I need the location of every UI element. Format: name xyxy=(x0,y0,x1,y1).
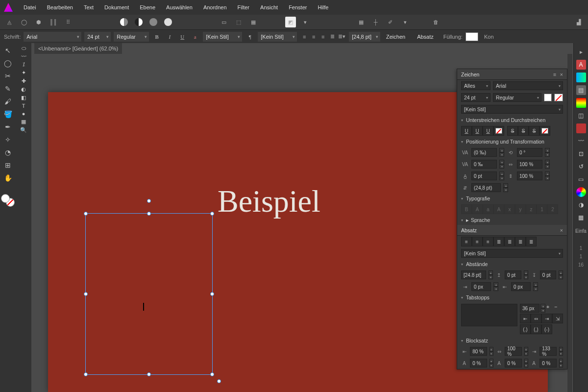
underline-button[interactable]: U xyxy=(177,32,187,42)
resize-handle-tm[interactable] xyxy=(147,212,151,216)
para-align-center[interactable]: ≡ xyxy=(472,237,483,246)
selection-path-icon[interactable]: ⬚ xyxy=(233,17,244,27)
font-size-dropdown[interactable]: 24 pt xyxy=(84,32,111,42)
align-right-button[interactable]: ≡ xyxy=(318,33,327,41)
tracking-field[interactable]: 0 ‰ xyxy=(471,160,497,169)
kerning-spinner[interactable]: ▴▾ xyxy=(499,148,504,157)
styles-studio-icon[interactable]: 〰 xyxy=(576,136,586,146)
fill-tool[interactable]: 🪣 xyxy=(2,109,14,120)
char-style-icon[interactable]: a xyxy=(190,32,200,42)
dodge-tool[interactable]: ◐ xyxy=(21,86,26,93)
ellipse-tool[interactable]: ● xyxy=(22,111,25,117)
menu-text[interactable]: Text xyxy=(84,4,94,10)
dropdown-caret-icon[interactable]: ▾ xyxy=(400,17,411,27)
vscale-field[interactable]: 100 % xyxy=(517,172,542,180)
persona-photo-icon[interactable]: ◬ xyxy=(4,17,15,27)
mesh-tool[interactable]: ⊞ xyxy=(2,160,14,171)
channels-studio-icon[interactable]: ▦ xyxy=(576,213,586,222)
space-before-field[interactable]: 0 pt xyxy=(505,270,521,279)
marquee-tool[interactable]: ◯ xyxy=(2,58,14,69)
tab-add-button[interactable]: + xyxy=(546,304,553,313)
panel-char-style-dropdown[interactable]: [Kein Stil] xyxy=(461,105,563,114)
para-justify-center[interactable]: ≣ xyxy=(504,237,515,246)
strike-single-button[interactable]: S xyxy=(507,126,518,136)
frame-text-tool[interactable]: T xyxy=(22,103,25,109)
para-style-dropdown[interactable]: [Kein Stil] xyxy=(258,32,297,42)
pen-tool[interactable]: ✎ xyxy=(2,83,14,94)
clone-tool[interactable]: ✦ xyxy=(22,70,26,76)
resize-handle-bl[interactable] xyxy=(84,372,88,376)
resize-handle-tl[interactable] xyxy=(84,212,88,216)
guides-icon[interactable]: ┼ xyxy=(370,17,381,27)
halftone-icon[interactable] xyxy=(133,17,144,27)
panel-toggle-icon[interactable]: ▟ xyxy=(573,17,584,27)
brush-tool[interactable]: 🖌 xyxy=(2,96,14,107)
indent-right-field[interactable]: 0 px xyxy=(511,282,531,291)
resize-handle-mr[interactable] xyxy=(210,292,214,296)
selection-brush-tool[interactable]: 〰 xyxy=(21,53,26,59)
language-section[interactable]: ▸ Sprache xyxy=(457,215,567,225)
menu-dokument[interactable]: Dokument xyxy=(104,4,129,10)
underline-style-button[interactable]: U xyxy=(483,126,493,136)
panel-close-icon[interactable]: × xyxy=(560,72,563,77)
align-left-button[interactable]: ≡ xyxy=(300,33,309,41)
resize-handle-br[interactable] xyxy=(210,372,214,376)
strike-style-button[interactable]: S xyxy=(529,126,539,136)
panel-menu-icon[interactable]: ≡ xyxy=(553,72,556,77)
rotate-handle[interactable] xyxy=(147,199,151,203)
persona-develop-icon[interactable]: ⬢ xyxy=(33,17,44,27)
history-studio-icon[interactable]: ↺ xyxy=(576,162,586,172)
color-wells[interactable] xyxy=(1,194,15,207)
crop-icon[interactable]: ◩ xyxy=(285,17,296,27)
font-category-dropdown[interactable]: Alles xyxy=(461,81,490,90)
baseline-spinner[interactable]: ▴▾ xyxy=(499,172,504,180)
bs-letter-min[interactable]: 0 % xyxy=(470,359,487,368)
tabs-section[interactable]: Tabstopps xyxy=(457,293,567,302)
colorwheel-studio-icon[interactable] xyxy=(576,187,586,197)
tab-remove-button[interactable]: − xyxy=(554,304,561,313)
absatz-close-icon[interactable]: × xyxy=(560,227,563,233)
panel-leading-field[interactable]: (24,8 pt) xyxy=(471,183,501,192)
persona-export-icon[interactable]: ⠿ xyxy=(63,17,74,27)
tracking-spinner[interactable]: ▴▾ xyxy=(499,160,504,169)
shape-tool[interactable]: ◔ xyxy=(2,147,14,158)
para-style-dropdown[interactable]: [Kein Stil] xyxy=(461,249,563,258)
zoom-tool[interactable]: 🔍 xyxy=(20,127,27,133)
white-circle-icon[interactable] xyxy=(163,17,173,27)
layers-studio-icon[interactable]: ◫ xyxy=(576,111,586,121)
panel-size-dropdown[interactable]: 24 pt xyxy=(461,93,490,102)
zeichen-panel-header[interactable]: Zeichen ≡× xyxy=(457,69,567,80)
para-align-left[interactable]: ≡ xyxy=(461,237,472,246)
gradient-studio-icon[interactable] xyxy=(576,98,586,108)
document-tab[interactable]: <Unbenannt> [Geändert] (62.0%) xyxy=(34,43,122,54)
tabstops-list[interactable] xyxy=(461,304,517,326)
zeichen-panel-link[interactable]: Zeichen xyxy=(386,34,405,40)
brushes-studio-icon[interactable]: ▤ xyxy=(576,85,586,95)
panel-weight-dropdown[interactable]: Regular xyxy=(493,93,541,102)
bs-max-field[interactable]: 133 % xyxy=(539,347,557,356)
tab-value-field[interactable]: 36 px xyxy=(520,304,539,313)
para-justify-left[interactable]: ≣ xyxy=(493,237,504,246)
menu-ebene[interactable]: Ebene xyxy=(140,4,155,10)
persona-tone-icon[interactable]: ║║ xyxy=(48,17,59,27)
color-studio-icon[interactable]: A xyxy=(576,60,586,70)
canvas-area[interactable]: <Unbenannt> [Geändert] (62.0%) × Beispie… xyxy=(31,43,588,392)
selection-dashed-icon[interactable]: ▭ xyxy=(219,17,229,27)
vertical-scrollbar[interactable] xyxy=(567,54,572,392)
align-center-button[interactable]: ≡ xyxy=(309,33,318,41)
align-justify-button[interactable]: ≣ xyxy=(328,33,337,41)
font-family-dropdown[interactable]: Arial xyxy=(24,32,81,42)
panel-font-dropdown[interactable]: Arial xyxy=(493,81,563,90)
grid-tool[interactable]: ▦ xyxy=(21,119,26,125)
resize-handle-bm[interactable] xyxy=(147,372,151,376)
bs-opt-field[interactable]: 100 % xyxy=(505,347,522,356)
swatches-studio-icon[interactable] xyxy=(576,73,586,82)
text-stroke-swatch[interactable] xyxy=(554,94,563,101)
resize-handle-tr[interactable] xyxy=(210,212,214,216)
para-justify-all[interactable]: ≣ xyxy=(526,237,537,246)
transform-studio-icon[interactable]: ▭ xyxy=(576,174,586,184)
rotate-spinner[interactable]: ▴▾ xyxy=(545,148,550,157)
baseline-field[interactable]: 0 pt xyxy=(471,172,497,180)
para-align-right[interactable]: ≡ xyxy=(483,237,493,246)
eyedropper-tool[interactable]: ⁒ xyxy=(23,61,25,68)
